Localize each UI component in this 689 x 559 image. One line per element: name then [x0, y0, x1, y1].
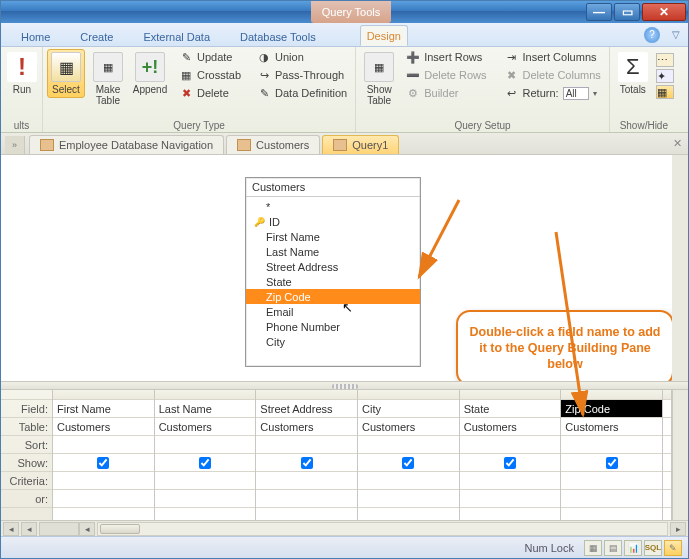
- parameters-icon[interactable]: ⋯: [656, 53, 674, 67]
- show-checkbox[interactable]: [504, 457, 516, 469]
- scroll-track[interactable]: [97, 522, 668, 536]
- property-sheet-icon[interactable]: ✦: [656, 69, 674, 83]
- window-maximize-button[interactable]: ▭: [614, 3, 640, 21]
- table-cell[interactable]: Customers: [460, 418, 561, 436]
- sql-view-button[interactable]: SQL: [644, 540, 662, 556]
- show-checkbox[interactable]: [402, 457, 414, 469]
- scroll-left-button[interactable]: ◂: [21, 522, 37, 536]
- table-cell[interactable]: Customers: [53, 418, 154, 436]
- scroll-thumb[interactable]: [100, 524, 140, 534]
- table-names-icon[interactable]: ▦: [656, 85, 674, 99]
- or-cell[interactable]: [561, 490, 662, 508]
- column-selector[interactable]: [561, 390, 662, 400]
- design-view-button[interactable]: ✎: [664, 540, 682, 556]
- return-control[interactable]: ↩ Return: All▾: [501, 85, 605, 101]
- column-selector[interactable]: [53, 390, 154, 400]
- append-button[interactable]: +! Append: [131, 49, 169, 98]
- tab-home[interactable]: Home: [15, 27, 56, 46]
- criteria-cell[interactable]: [561, 472, 662, 490]
- field-list-item[interactable]: Email: [246, 304, 420, 319]
- column-selector[interactable]: [155, 390, 256, 400]
- grid-column[interactable]: First NameCustomers: [53, 390, 155, 520]
- show-checkbox[interactable]: [199, 457, 211, 469]
- sort-cell[interactable]: [358, 436, 459, 454]
- field-list-item[interactable]: Last Name: [246, 244, 420, 259]
- delete-columns-button[interactable]: ✖Delete Columns: [501, 67, 605, 83]
- tab-design[interactable]: Design: [360, 25, 408, 46]
- field-cell[interactable]: State: [460, 400, 561, 418]
- show-checkbox[interactable]: [301, 457, 313, 469]
- grid-column[interactable]: Street AddressCustomers: [256, 390, 358, 520]
- show-cell[interactable]: [256, 454, 357, 472]
- update-button[interactable]: ✎Update: [175, 49, 245, 65]
- tab-create[interactable]: Create: [74, 27, 119, 46]
- or-cell[interactable]: [155, 490, 256, 508]
- field-list-item[interactable]: City: [246, 334, 420, 349]
- nav-pane-toggle[interactable]: »: [5, 136, 25, 154]
- field-list-item[interactable]: Phone Number: [246, 319, 420, 334]
- or-cell[interactable]: [53, 490, 154, 508]
- scroll-right-button[interactable]: ▸: [670, 522, 686, 536]
- column-selector[interactable]: [256, 390, 357, 400]
- delete-rows-button[interactable]: ➖Delete Rows: [402, 67, 490, 83]
- union-button[interactable]: ◑Union: [253, 49, 351, 65]
- data-definition-button[interactable]: ✎Data Definition: [253, 85, 351, 101]
- or-cell[interactable]: [256, 490, 357, 508]
- criteria-cell[interactable]: [155, 472, 256, 490]
- sort-cell[interactable]: [53, 436, 154, 454]
- query-design-upper-pane[interactable]: Customers *IDFirst NameLast NameStreet A…: [1, 155, 688, 381]
- field-cell[interactable]: First Name: [53, 400, 154, 418]
- pane-splitter[interactable]: [1, 381, 688, 390]
- vertical-scrollbar[interactable]: [672, 390, 688, 520]
- builder-button[interactable]: ⚙Builder: [402, 85, 490, 101]
- field-list-item[interactable]: First Name: [246, 229, 420, 244]
- scroll-left-button[interactable]: ◂: [79, 522, 95, 536]
- sort-cell[interactable]: [155, 436, 256, 454]
- help-icon[interactable]: ?: [644, 27, 660, 43]
- totals-button[interactable]: Σ Totals: [614, 49, 652, 98]
- field-cell[interactable]: Zip Code: [561, 400, 662, 418]
- show-cell[interactable]: [460, 454, 561, 472]
- document-tab[interactable]: Customers: [226, 135, 320, 154]
- field-list-item[interactable]: Street Address: [246, 259, 420, 274]
- table-cell[interactable]: Customers: [358, 418, 459, 436]
- table-field-list[interactable]: Customers *IDFirst NameLast NameStreet A…: [245, 177, 421, 367]
- field-list-item[interactable]: State: [246, 274, 420, 289]
- field-list-item[interactable]: Zip Code: [246, 289, 420, 304]
- show-cell[interactable]: [155, 454, 256, 472]
- or-cell[interactable]: [358, 490, 459, 508]
- sort-cell[interactable]: [256, 436, 357, 454]
- pass-through-button[interactable]: ↪Pass-Through: [253, 67, 351, 83]
- column-selector[interactable]: [460, 390, 561, 400]
- show-cell[interactable]: [53, 454, 154, 472]
- document-tab[interactable]: Employee Database Navigation: [29, 135, 224, 154]
- window-close-button[interactable]: ✕: [642, 3, 686, 21]
- criteria-cell[interactable]: [358, 472, 459, 490]
- field-list-item[interactable]: ID: [246, 214, 420, 229]
- sort-cell[interactable]: [460, 436, 561, 454]
- insert-rows-button[interactable]: ➕Insert Rows: [402, 49, 490, 65]
- minimize-ribbon-icon[interactable]: ▽: [672, 29, 680, 40]
- return-dropdown[interactable]: All: [563, 87, 589, 100]
- grid-column[interactable]: StateCustomers: [460, 390, 562, 520]
- delete-button[interactable]: ✖Delete: [175, 85, 245, 101]
- window-minimize-button[interactable]: —: [586, 3, 612, 21]
- pivot-view-button[interactable]: ▤: [604, 540, 622, 556]
- show-checkbox[interactable]: [606, 457, 618, 469]
- criteria-cell[interactable]: [460, 472, 561, 490]
- grid-column[interactable]: Last NameCustomers: [155, 390, 257, 520]
- field-cell[interactable]: Street Address: [256, 400, 357, 418]
- column-selector[interactable]: [358, 390, 459, 400]
- grid-column[interactable]: CityCustomers: [358, 390, 460, 520]
- show-checkbox[interactable]: [97, 457, 109, 469]
- crosstab-button[interactable]: ▦Crosstab: [175, 67, 245, 83]
- table-cell[interactable]: Customers: [256, 418, 357, 436]
- show-cell[interactable]: [561, 454, 662, 472]
- field-cell[interactable]: City: [358, 400, 459, 418]
- field-list-item[interactable]: *: [246, 199, 420, 214]
- chart-view-button[interactable]: 📊: [624, 540, 642, 556]
- field-cell[interactable]: Last Name: [155, 400, 256, 418]
- tab-external-data[interactable]: External Data: [137, 27, 216, 46]
- close-tab-button[interactable]: ✕: [673, 137, 682, 150]
- show-cell[interactable]: [358, 454, 459, 472]
